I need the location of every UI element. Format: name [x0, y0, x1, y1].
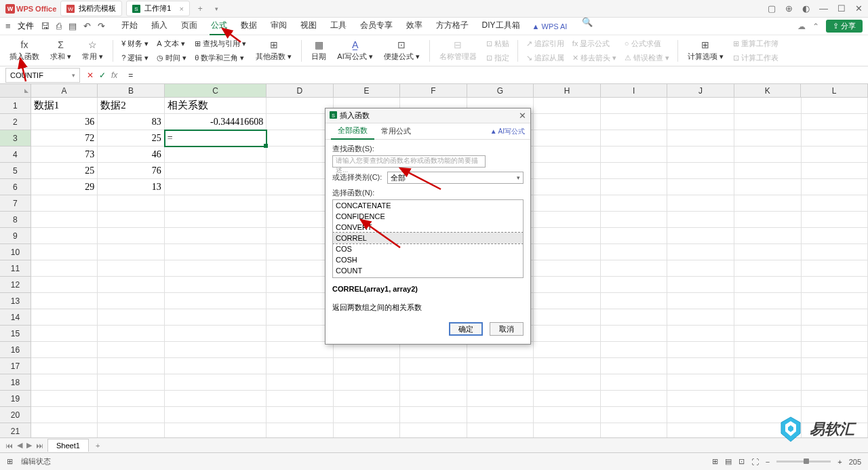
cell[interactable] — [467, 391, 534, 407]
row-header[interactable]: 16 — [0, 342, 31, 358]
menu-icon[interactable]: ≡ — [5, 21, 11, 31]
row-header[interactable]: 15 — [0, 326, 31, 342]
cell[interactable] — [734, 391, 802, 407]
row-header[interactable]: 14 — [0, 309, 31, 326]
dialog-titlebar[interactable]: S 插入函数 ✕ — [326, 109, 530, 123]
convenient-button[interactable]: ⊡ 便捷公式 ▾ — [380, 35, 424, 66]
cell[interactable]: 29 — [31, 179, 98, 195]
cloud-icon[interactable]: ☁ — [797, 22, 806, 31]
view-break-icon[interactable]: ⊡ — [738, 457, 745, 466]
cell[interactable] — [31, 358, 98, 374]
zoom-out-button[interactable]: − — [766, 458, 770, 466]
cell[interactable]: 数据2 — [98, 98, 165, 114]
cell[interactable] — [534, 98, 601, 114]
cell[interactable] — [165, 326, 267, 342]
cell[interactable] — [667, 228, 734, 244]
cell[interactable] — [267, 195, 334, 212]
recalc-wb-button[interactable]: ⊞重算工作簿 — [730, 37, 781, 50]
cell[interactable] — [165, 309, 267, 326]
cell[interactable] — [534, 130, 601, 146]
ai-formula-button[interactable]: A̲ AI写公式 ▾ — [333, 35, 376, 66]
row-header[interactable]: 1 — [0, 98, 31, 114]
cell[interactable] — [734, 260, 802, 277]
common-button[interactable]: ☆ 常用 ▾ — [78, 35, 107, 66]
sheet-tab-sheet1[interactable]: Sheet1 — [47, 439, 89, 452]
menu-tab-member[interactable]: 会员专享 — [359, 17, 394, 35]
add-sheet-button[interactable]: + — [93, 442, 102, 450]
cell[interactable] — [734, 342, 802, 358]
cell[interactable] — [734, 195, 802, 212]
cell[interactable] — [534, 114, 601, 130]
row-header[interactable]: 13 — [0, 293, 31, 309]
cell[interactable] — [165, 212, 267, 228]
cell[interactable] — [267, 130, 334, 146]
cell[interactable] — [734, 244, 802, 260]
calc-options-button[interactable]: ⊞ 计算选项 ▾ — [684, 35, 728, 66]
cell[interactable] — [667, 130, 734, 146]
cell[interactable]: -0.344416608 — [165, 114, 267, 130]
tab-menu-button[interactable]: ▾ — [211, 4, 222, 14]
save-icon[interactable]: 🖫 — [41, 21, 50, 31]
cell[interactable] — [667, 342, 734, 358]
cell[interactable] — [267, 293, 334, 309]
cell[interactable] — [98, 277, 165, 293]
eval-formula-button[interactable]: ○公式求值 — [622, 37, 672, 50]
paste-name-button[interactable]: ⊡粘贴 — [484, 37, 512, 50]
cell[interactable] — [98, 309, 165, 326]
cell[interactable] — [734, 163, 802, 179]
menu-tab-ffgz[interactable]: 方方格子 — [435, 17, 470, 35]
globe-icon[interactable]: ⊕ — [785, 3, 793, 14]
cell[interactable] — [734, 326, 802, 342]
cell[interactable] — [334, 407, 401, 423]
cell[interactable] — [667, 163, 734, 179]
cell[interactable]: 36 — [31, 114, 98, 130]
cell[interactable] — [31, 195, 98, 212]
cell[interactable]: 25 — [31, 163, 98, 179]
cell[interactable] — [802, 391, 868, 407]
cell[interactable] — [267, 163, 334, 179]
cell[interactable] — [667, 293, 734, 309]
cell[interactable] — [31, 342, 98, 358]
doc-tab-template[interactable]: W 找稻壳模板 — [60, 1, 122, 16]
math-button[interactable]: θ数学和三角 ▾ — [192, 52, 249, 64]
cell[interactable] — [667, 260, 734, 277]
cell[interactable] — [534, 277, 601, 293]
row-header[interactable]: 9 — [0, 228, 31, 244]
cell[interactable] — [267, 228, 334, 244]
cell[interactable] — [400, 407, 467, 423]
name-manager-button[interactable]: ⊟ 名称管理器 — [435, 35, 481, 66]
function-list-item[interactable]: COS — [333, 243, 523, 254]
cell[interactable] — [165, 358, 267, 374]
zoom-in-button[interactable]: + — [837, 458, 842, 466]
cell[interactable] — [802, 130, 868, 146]
cell[interactable] — [534, 309, 601, 326]
cell[interactable] — [165, 195, 267, 212]
insert-function-button[interactable]: fx 插入函数 — [5, 35, 43, 66]
text-button[interactable]: A文本 ▾ — [154, 37, 189, 50]
sheet-first-button[interactable]: ⏮ — [5, 442, 13, 450]
cell[interactable] — [534, 342, 601, 358]
window-layout-icon[interactable]: ▢ — [768, 3, 776, 14]
row-header[interactable]: 10 — [0, 244, 31, 260]
cell[interactable] — [667, 391, 734, 407]
logic-button[interactable]: ?逻辑 ▾ — [119, 52, 151, 64]
col-header-e[interactable]: E — [334, 84, 401, 97]
cell[interactable] — [165, 293, 267, 309]
cell[interactable] — [601, 130, 668, 146]
cancel-formula-button[interactable]: ✕ — [87, 71, 94, 80]
row-header[interactable]: 2 — [0, 114, 31, 130]
col-header-i[interactable]: I — [601, 84, 668, 97]
cell[interactable] — [601, 277, 668, 293]
cell[interactable]: 73 — [31, 146, 98, 163]
menu-tab-page[interactable]: 页面 — [180, 17, 199, 35]
col-header-b[interactable]: B — [98, 84, 165, 97]
cell[interactable] — [31, 260, 98, 277]
cell[interactable] — [734, 179, 802, 195]
close-button[interactable]: ✕ — [855, 3, 863, 14]
cell[interactable] — [31, 293, 98, 309]
sheet-last-button[interactable]: ⏭ — [36, 442, 43, 450]
col-header-c[interactable]: C — [165, 84, 267, 97]
cell[interactable] — [667, 146, 734, 163]
cell[interactable]: 46 — [98, 146, 165, 163]
tab-close-icon[interactable]: × — [179, 5, 183, 13]
